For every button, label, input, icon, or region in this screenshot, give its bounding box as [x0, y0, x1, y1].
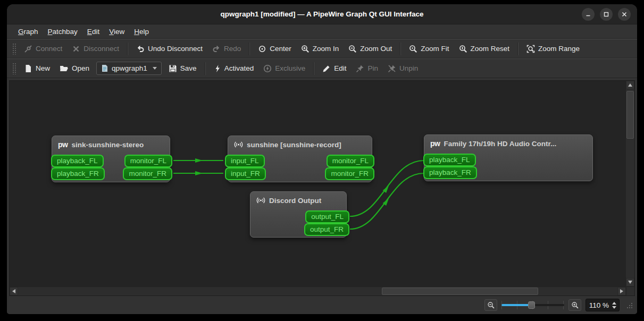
center-button[interactable]: Center: [253, 42, 296, 56]
port-output-fr[interactable]: output_FR: [304, 223, 349, 236]
redo-button[interactable]: Redo: [207, 42, 246, 56]
pin-icon: [356, 64, 364, 73]
zoom-in-button[interactable]: Zoom In: [296, 42, 344, 56]
port-output-fl[interactable]: output_FL: [305, 210, 349, 223]
menu-view[interactable]: View: [104, 26, 129, 38]
pencil-icon: [322, 64, 331, 73]
resize-grip[interactable]: [626, 302, 633, 309]
port-playback-fl[interactable]: playback_FL: [51, 155, 104, 167]
menu-help[interactable]: Help: [129, 26, 154, 38]
minimize-icon: [585, 11, 591, 18]
disconnect-button[interactable]: Disconnect: [67, 42, 124, 56]
close-icon: [621, 11, 628, 18]
horizontal-scroll-track[interactable]: [18, 287, 617, 295]
zoom-fit-label: Zoom Fit: [421, 45, 449, 53]
horizontal-scroll-thumb[interactable]: [382, 288, 538, 295]
toolbar-patchbay: New Open qpwgraph1 Save: [7, 58, 637, 78]
redo-icon: [212, 45, 221, 53]
vertical-scroll-thumb[interactable]: [626, 91, 634, 139]
pipewire-icon: pw: [58, 140, 68, 149]
unpin-button[interactable]: Unpin: [383, 62, 423, 75]
zoom-in-label: Zoom In: [313, 45, 339, 53]
chevron-down-icon: [153, 67, 157, 70]
exclusive-button[interactable]: Exclusive: [258, 62, 310, 75]
spin-up-button[interactable]: [612, 302, 616, 305]
zoom-reset-button[interactable]: Zoom Reset: [454, 42, 515, 56]
port-input-fl[interactable]: input_FL: [225, 155, 265, 167]
app-window: qpwgraph1 [modified] — A PipeWire Graph …: [7, 4, 637, 314]
slider-fill: [501, 304, 531, 306]
menubar: Graph Patchbay Edit View Help: [7, 24, 637, 39]
disconnect-label: Disconnect: [83, 45, 119, 53]
node-sink-sunshine-stereo[interactable]: pw sink-sunshine-stereo playback_FL play…: [52, 136, 170, 182]
toolbar-separator: [313, 62, 314, 75]
port-input-fr[interactable]: input_FR: [225, 167, 266, 180]
statusbar-zoom-in-button[interactable]: [568, 299, 581, 311]
zoom-out-label: Zoom Out: [360, 45, 392, 53]
graph-canvas[interactable]: pw sink-sunshine-stereo playback_FL play…: [10, 81, 625, 286]
stream-icon: [234, 140, 243, 149]
window-title: qpwgraph1 [modified] — A PipeWire Graph …: [220, 10, 423, 18]
scroll-down-button[interactable]: [626, 278, 634, 286]
toolbar-drag-handle[interactable]: [12, 63, 16, 74]
zoom-spinbox[interactable]: 110 %: [586, 299, 620, 311]
toolbar-separator: [127, 43, 128, 55]
connect-label: Connect: [36, 45, 62, 53]
zoom-fit-button[interactable]: Zoom Fit: [404, 42, 454, 56]
edit-button[interactable]: Edit: [317, 62, 351, 75]
port-playback-fr[interactable]: playback_FR: [51, 167, 105, 180]
node-family-hd-audio[interactable]: pw Family 17h/19h HD Audio Contr... play…: [424, 134, 593, 181]
port-monitor-fl[interactable]: monitor_FL: [327, 155, 374, 167]
zoom-range-button[interactable]: Zoom Range: [522, 42, 584, 56]
zoom-out-button[interactable]: Zoom Out: [344, 42, 397, 56]
redo-label: Redo: [224, 45, 241, 53]
undo-disconnect-label: Undo Disconnect: [148, 45, 203, 53]
menu-edit[interactable]: Edit: [82, 26, 104, 38]
zoom-range-icon: [526, 45, 535, 53]
maximize-button[interactable]: [600, 8, 613, 21]
menu-patchbay[interactable]: Patchbay: [43, 26, 82, 38]
node-discord-output[interactable]: Discord Output output_FL output_FR: [250, 191, 347, 238]
arrow-down-icon: [628, 281, 632, 284]
port-playback-fr[interactable]: playback_FR: [423, 166, 477, 179]
vertical-scroll-track[interactable]: [626, 89, 634, 278]
minimize-button[interactable]: [582, 8, 595, 21]
scroll-left-button[interactable]: [10, 287, 18, 295]
new-button[interactable]: New: [19, 62, 55, 75]
node-sunshine[interactable]: sunshine [sunshine-record] input_FL inpu…: [228, 136, 372, 182]
zoom-in-icon: [571, 301, 579, 309]
graph-canvas-frame: pw sink-sunshine-stereo playback_FL play…: [9, 80, 635, 296]
connect-button[interactable]: Connect: [19, 42, 67, 56]
spin-down-button[interactable]: [612, 306, 616, 309]
zoom-in-icon: [301, 45, 310, 53]
port-playback-fl[interactable]: playback_FL: [423, 154, 476, 166]
port-monitor-fr[interactable]: monitor_FR: [325, 167, 374, 180]
horizontal-scrollbar: [10, 286, 634, 295]
patchbay-selector[interactable]: qpwgraph1: [96, 62, 162, 75]
exclusive-label: Exclusive: [275, 64, 305, 72]
connect-icon: [24, 45, 32, 53]
open-button[interactable]: Open: [55, 62, 94, 75]
pin-button[interactable]: Pin: [351, 62, 383, 75]
arrow-up-icon: [628, 83, 632, 87]
menu-graph[interactable]: Graph: [13, 26, 43, 38]
open-folder-icon: [60, 64, 69, 73]
port-monitor-fr[interactable]: monitor_FR: [123, 167, 172, 180]
close-button[interactable]: [618, 8, 631, 21]
scroll-up-button[interactable]: [626, 81, 634, 89]
slider-handle[interactable]: [528, 301, 535, 309]
save-button[interactable]: Save: [164, 62, 202, 75]
node-title: Discord Output: [250, 192, 346, 205]
zoom-out-icon: [348, 45, 357, 53]
undo-disconnect-button[interactable]: Undo Disconnect: [131, 42, 207, 56]
undo-icon: [136, 45, 145, 53]
zoom-slider[interactable]: [501, 300, 564, 310]
open-label: Open: [72, 64, 89, 72]
activated-button[interactable]: Activated: [209, 62, 259, 75]
titlebar[interactable]: qpwgraph1 [modified] — A PipeWire Graph …: [7, 4, 637, 24]
port-monitor-fl[interactable]: monitor_FL: [124, 155, 172, 167]
scroll-right-button[interactable]: [617, 287, 626, 295]
toolbar-drag-handle[interactable]: [12, 43, 16, 55]
statusbar-zoom-out-button[interactable]: [484, 299, 497, 311]
toolbar-separator: [400, 43, 401, 55]
